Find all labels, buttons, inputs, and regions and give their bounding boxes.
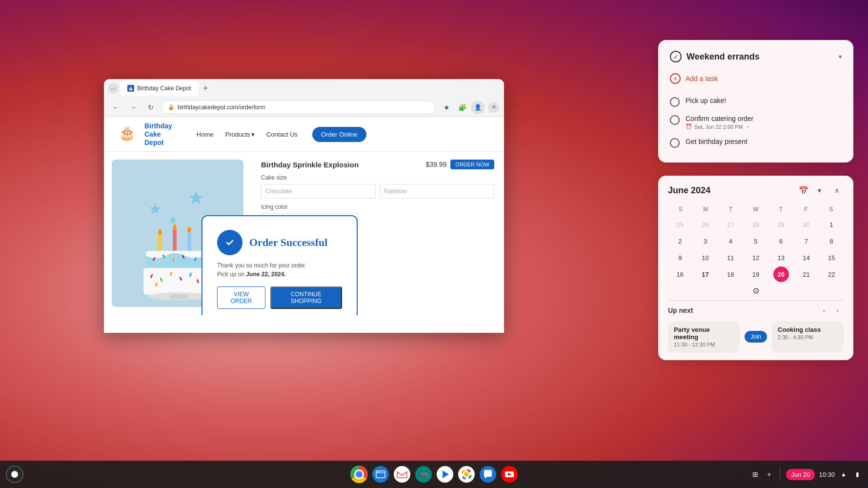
task-2-content: Confirm catering order ⏰ Sat, Jun 22 2:0… (686, 115, 753, 130)
order-now-btn[interactable]: ORDER NOW (450, 160, 494, 169)
event-1-join-btn[interactable]: Join (745, 331, 767, 343)
view-order-btn[interactable]: VIEW ORDER (217, 286, 265, 309)
tray-screen-icon[interactable]: ⊞ (750, 469, 760, 479)
taskbar-center: 📹 (349, 465, 519, 484)
active-tab[interactable]: 🎂 Birthday Cake Depot (121, 81, 199, 96)
toolbar-actions: ★ 🧩 👤 (440, 101, 484, 114)
bookmark-btn[interactable]: ★ (440, 101, 453, 114)
cal-day-30[interactable]: 30 (798, 217, 814, 232)
event-2-time: 2:30 - 4:30 PM (778, 334, 838, 340)
add-task-row[interactable]: + Add a task (670, 70, 842, 87)
calendar-collapse-btn[interactable]: ∧ (830, 183, 844, 197)
add-task-label[interactable]: Add a task (686, 75, 718, 82)
cal-day-9[interactable]: 9 (672, 250, 688, 265)
chat-svg (480, 466, 496, 483)
cal-day-26[interactable]: 26 (698, 217, 713, 232)
nav-order-btn[interactable]: Order Online (312, 127, 366, 142)
youtube-svg (501, 466, 518, 483)
cal-day-14[interactable]: 14 (798, 250, 814, 265)
cal-label-f: F (793, 204, 818, 215)
nav-products[interactable]: Products ▾ (225, 131, 254, 138)
task-1-text: Pick up cake! (686, 97, 726, 104)
checkmark-badge-svg (223, 236, 237, 249)
taskbar-photos-icon[interactable] (457, 465, 476, 484)
up-next-next-btn[interactable]: › (832, 305, 844, 316)
flavor-input-1[interactable]: Chocolate (261, 184, 376, 199)
forward-btn[interactable]: → (126, 101, 140, 114)
svg-text:🎂: 🎂 (119, 125, 136, 141)
nav-home[interactable]: Home (197, 131, 214, 138)
taskbar-right: ⊞ + Jun 20 10:30 ▲ ▮ (750, 468, 862, 481)
cal-day-29[interactable]: 29 (773, 217, 789, 232)
wifi-icon: ▲ (839, 469, 848, 479)
task-3-checkbox[interactable] (670, 138, 680, 148)
browser-close-btn[interactable]: ✕ (488, 102, 499, 113)
cal-day-2[interactable]: 2 (672, 233, 688, 249)
cal-day-19[interactable]: 19 (748, 266, 764, 282)
cal-day-15[interactable]: 15 (824, 250, 839, 265)
taskbar-chat-icon[interactable] (478, 465, 498, 484)
cal-day-10[interactable]: 10 (698, 250, 713, 265)
taskbar-divider (780, 468, 780, 481)
browser-minimize-btn[interactable]: — (108, 83, 119, 94)
cal-day-5[interactable]: 5 (748, 233, 764, 249)
cal-day-1[interactable]: 1 (824, 217, 839, 232)
modal-body-line1: Thank you so much for your order. (217, 262, 306, 269)
calendar-chevron-down[interactable]: ▾ (812, 183, 826, 197)
cal-day-8[interactable]: 8 (824, 233, 839, 249)
taskbar-youtube-icon[interactable] (500, 465, 519, 484)
task-2-checkbox[interactable] (670, 115, 680, 125)
calendar-days: 25 26 27 28 29 30 1 2 3 4 5 6 7 8 9 10 1… (668, 217, 844, 282)
product-price-area: $39.99 ORDER NOW (426, 160, 495, 169)
modal-pickup-date: June 22, 2024. (246, 271, 285, 278)
cal-day-3[interactable]: 3 (698, 233, 713, 249)
back-btn[interactable]: ← (109, 101, 122, 114)
cal-day-27[interactable]: 27 (723, 217, 738, 232)
files-svg (372, 466, 389, 483)
taskbar-gmail-icon[interactable] (392, 465, 412, 484)
calendar-grid: S M T W T F S 25 26 27 28 29 30 1 2 3 4 … (668, 204, 844, 282)
calendar-header: June 2024 📅 ▾ ∧ (668, 183, 844, 197)
status-date[interactable]: Jun 20 (786, 469, 815, 480)
tasks-check-icon: ✓ (670, 51, 682, 62)
cal-day-18[interactable]: 18 (723, 266, 738, 282)
extensions-btn[interactable]: 🧩 (455, 101, 469, 114)
cal-day-17[interactable]: 17 (698, 266, 713, 282)
tasks-dropdown-arrow[interactable]: ▾ (839, 53, 842, 60)
cal-day-16[interactable]: 16 (672, 266, 688, 282)
tray-plus-icon[interactable]: + (764, 469, 774, 479)
cal-day-4[interactable]: 4 (723, 233, 738, 249)
cal-day-6[interactable]: 6 (773, 233, 789, 249)
cal-day-25[interactable]: 25 (672, 217, 688, 232)
task-1-checkbox[interactable] (670, 97, 680, 107)
svg-point-8 (158, 229, 162, 235)
calendar-icon[interactable]: 📅 (799, 186, 808, 195)
cal-label-s2: S (819, 204, 844, 215)
svg-point-10 (187, 227, 191, 233)
tab-bar: — 🎂 Birthday Cake Depot + (104, 79, 504, 98)
flavor-input-2[interactable]: Rainbow (380, 184, 494, 199)
cal-label-t2: T (768, 204, 793, 215)
up-next-prev-btn[interactable]: ‹ (818, 305, 830, 316)
taskbar-meet-icon[interactable]: 📹 (414, 465, 433, 484)
taskbar-chrome-icon[interactable] (349, 465, 369, 484)
cal-day-22[interactable]: 22 (824, 266, 839, 282)
address-bar[interactable]: 🔒 birthdaycakedepot.com/orderform (161, 101, 436, 114)
continue-shopping-btn[interactable]: CONTINUE SHOPPING (270, 286, 342, 309)
cal-day-20-today[interactable]: 20 (773, 266, 789, 282)
cal-day-7[interactable]: 7 (798, 233, 814, 249)
cal-day-28[interactable]: 28 (748, 217, 764, 232)
cal-day-21[interactable]: 21 (798, 266, 814, 282)
nav-contact[interactable]: Contact Us (266, 131, 298, 138)
taskbar-play-icon[interactable] (435, 465, 455, 484)
refresh-btn[interactable]: ↻ (144, 101, 158, 114)
new-tab-btn[interactable]: + (199, 81, 212, 95)
cal-day-11[interactable]: 11 (723, 250, 738, 265)
cal-day-12[interactable]: 12 (748, 250, 764, 265)
cal-day-13[interactable]: 13 (773, 250, 789, 265)
taskbar-files-icon[interactable] (371, 465, 390, 484)
record-btn[interactable] (6, 466, 23, 483)
profile-btn[interactable]: 👤 (471, 101, 484, 114)
calendar-expand-icon[interactable]: ⊙ (668, 286, 844, 295)
modal-body: Thank you so much for your order. Pick u… (217, 261, 342, 279)
